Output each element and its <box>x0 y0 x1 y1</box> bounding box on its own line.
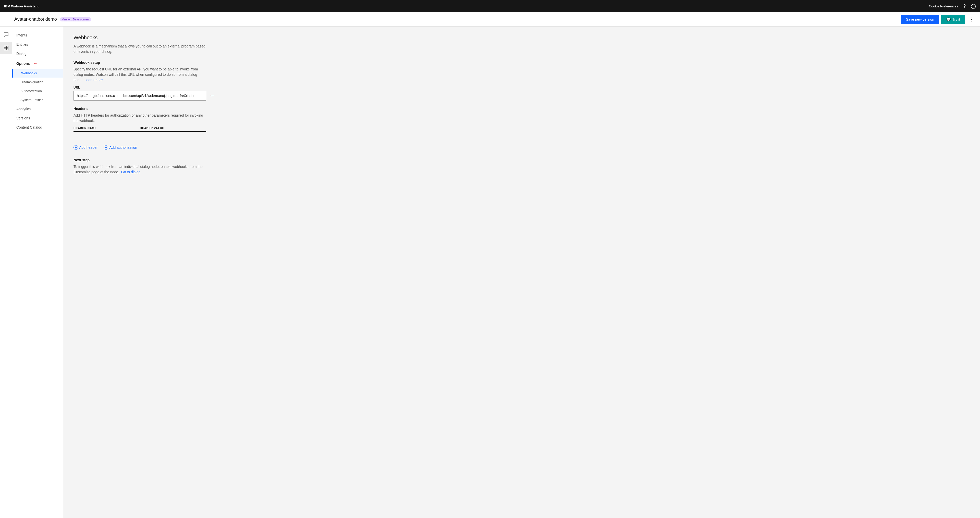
headers-section: Headers Add HTTP headers for authorizati… <box>73 106 970 150</box>
svg-rect-2 <box>4 48 6 50</box>
versions-label: Versions <box>16 116 30 120</box>
subheader: Avatar-chatbot demo Version: Development… <box>0 12 980 27</box>
sidebar-item-system-entities[interactable]: System Entities <box>12 95 63 104</box>
help-icon[interactable]: ? <box>963 3 966 9</box>
sidebar-item-entities[interactable]: Entities <box>12 40 63 49</box>
version-badge: Version: Development <box>60 17 92 21</box>
icon-sidebar <box>0 27 12 518</box>
topbar: IBM Watson Assistant Cookie Preferences … <box>0 0 980 12</box>
layout: Intents Entities Dialog Options ← Webhoo… <box>0 27 980 518</box>
user-icon[interactable]: ◯ <box>971 3 976 9</box>
sidebar-icon-chat[interactable] <box>0 29 12 41</box>
next-step-section: Next step To trigger this webhook from a… <box>73 158 970 175</box>
svg-rect-1 <box>6 46 8 48</box>
next-step-description: To trigger this webhook from an individu… <box>73 164 206 175</box>
topbar-right: Cookie Preferences ? ◯ <box>929 3 976 9</box>
main-content: Webhooks A webhook is a mechanism that a… <box>63 27 980 518</box>
webhook-setup-title: Webhook setup <box>73 60 970 65</box>
sidebar-item-analytics[interactable]: Analytics <box>12 104 63 114</box>
subheader-right: Save new version 💬 Try it ⋮ <box>901 14 976 24</box>
header-row-inputs <box>73 134 206 142</box>
url-input[interactable] <box>73 91 206 100</box>
sidebar-item-webhooks[interactable]: Webhooks <box>12 68 63 78</box>
options-arrow-indicator: ← <box>33 61 38 66</box>
sidebar-item-intents[interactable]: Intents <box>12 31 63 40</box>
url-row: ← <box>73 91 970 100</box>
dialog-label: Dialog <box>16 52 27 56</box>
col-header-name: HEADER NAME <box>73 127 140 130</box>
header-columns: HEADER NAME HEADER VALUE <box>73 127 206 132</box>
topbar-left: IBM Watson Assistant <box>4 4 39 8</box>
autocorrection-label: Autocorrection <box>21 89 42 93</box>
add-header-icon: + <box>73 145 78 150</box>
chat-bubble-icon: 💬 <box>946 17 951 21</box>
webhooks-label: Webhooks <box>21 71 37 75</box>
intents-label: Intents <box>16 33 27 37</box>
sidebar-item-versions[interactable]: Versions <box>12 114 63 123</box>
add-authorization-icon: + <box>103 145 108 150</box>
page-title: Avatar-chatbot demo <box>14 17 57 22</box>
nav-sidebar: Intents Entities Dialog Options ← Webhoo… <box>12 27 63 518</box>
go-to-dialog-link[interactable]: Go to dialog <box>121 170 141 174</box>
entities-label: Entities <box>16 42 28 46</box>
learn-more-link[interactable]: Learn more <box>84 78 103 82</box>
cookie-preferences-link[interactable]: Cookie Preferences <box>929 4 958 8</box>
webhooks-description: A webhook is a mechanism that allows you… <box>73 44 206 54</box>
next-step-title: Next step <box>73 158 970 162</box>
sidebar-item-options[interactable]: Options ← <box>12 58 63 68</box>
svg-rect-0 <box>4 46 6 48</box>
overflow-menu-button[interactable]: ⋮ <box>967 14 976 24</box>
content-catalog-label: Content Catalog <box>16 125 42 129</box>
headers-title: Headers <box>73 106 970 111</box>
options-label: Options <box>16 62 30 65</box>
headers-description: Add HTTP headers for authorization or an… <box>73 113 206 124</box>
header-name-input[interactable] <box>73 134 139 142</box>
sidebar-item-disambiguation[interactable]: Disambiguation <box>12 78 63 86</box>
sidebar-item-dialog[interactable]: Dialog <box>12 49 63 58</box>
svg-rect-3 <box>6 48 8 50</box>
col-header-value: HEADER VALUE <box>140 127 206 130</box>
sidebar-item-content-catalog[interactable]: Content Catalog <box>12 123 63 132</box>
webhooks-page-title: Webhooks <box>73 35 970 41</box>
sidebar-item-autocorrection[interactable]: Autocorrection <box>12 86 63 95</box>
save-new-version-button[interactable]: Save new version <box>901 15 939 24</box>
url-arrow-indicator: ← <box>209 92 215 99</box>
disambiguation-label: Disambiguation <box>21 80 43 84</box>
header-value-input[interactable] <box>141 134 206 142</box>
webhook-setup-description: Specify the request URL for an external … <box>73 67 206 83</box>
sidebar-icon-skills[interactable] <box>0 42 12 54</box>
system-entities-label: System Entities <box>21 98 43 102</box>
try-it-button[interactable]: 💬 Try it <box>941 15 965 24</box>
analytics-label: Analytics <box>16 107 30 111</box>
header-table: HEADER NAME HEADER VALUE <box>73 127 206 142</box>
add-authorization-link[interactable]: + Add authorization <box>103 145 137 150</box>
ibm-logo: IBM Watson Assistant <box>4 4 39 8</box>
add-links: + Add header + Add authorization <box>73 145 970 150</box>
add-header-link[interactable]: + Add header <box>73 145 97 150</box>
url-label: URL <box>73 86 970 89</box>
subheader-left: Avatar-chatbot demo Version: Development <box>14 17 91 22</box>
webhook-setup-section: Webhook setup Specify the request URL fo… <box>73 60 970 100</box>
